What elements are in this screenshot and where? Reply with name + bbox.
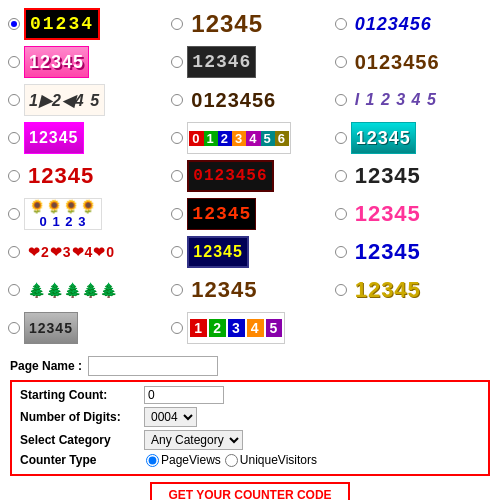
counter-cell-1[interactable]: 12345	[169, 6, 330, 42]
counter-style-pink-light[interactable]: 12345	[351, 198, 425, 230]
counter-style-dark-bold[interactable]: 12345	[351, 160, 425, 192]
radio-8[interactable]	[335, 94, 347, 106]
counter-cell-23[interactable]: 12345	[333, 272, 494, 308]
radio-2[interactable]	[335, 18, 347, 30]
radio-7[interactable]	[171, 94, 183, 106]
counter-cell-19[interactable]: 12345	[169, 234, 330, 270]
counter-style-magenta[interactable]: 12345	[24, 122, 84, 154]
counter-cell-21[interactable]: 🌲🌲🌲🌲🌲	[6, 272, 167, 308]
counter-cell-13[interactable]: 0123456	[169, 158, 330, 194]
pageviews-radio[interactable]	[146, 454, 159, 467]
counter-cell-12[interactable]: 12345	[6, 158, 167, 194]
radio-21[interactable]	[8, 284, 20, 296]
pageviews-option[interactable]: PageViews	[146, 453, 221, 467]
counter-style-brown[interactable]: 12345	[187, 8, 267, 40]
radio-9[interactable]	[8, 132, 20, 144]
counter-cell-17[interactable]: 12345	[333, 196, 494, 232]
counter-style-teal[interactable]: 12345	[351, 122, 416, 154]
radio-5[interactable]	[335, 56, 347, 68]
counter-cell-25[interactable]: 12345	[169, 310, 330, 346]
counter-style-hearts[interactable]: ❤2❤3❤4❤0	[24, 236, 119, 268]
pageviews-label: PageViews	[161, 453, 221, 467]
starting-count-input[interactable]	[144, 386, 224, 404]
radio-24[interactable]	[8, 322, 20, 334]
digits-row: Number of Digits: 0004 0005 0006 0007 00…	[20, 407, 480, 427]
counter-style-trees[interactable]: 🌲🌲🌲🌲🌲	[24, 274, 122, 306]
unique-visitors-option[interactable]: UniqueVisitors	[225, 453, 317, 467]
unique-visitors-radio[interactable]	[225, 454, 238, 467]
counter-style-blue-bold[interactable]: 12345	[351, 236, 425, 268]
counter-cell-26	[333, 310, 494, 346]
counter-cell-0[interactable]: 01234	[6, 6, 167, 42]
counter-style-dark-red[interactable]: 0123456	[187, 160, 273, 192]
counter-cell-11[interactable]: 12345	[333, 120, 494, 156]
digits-label: Number of Digits:	[20, 410, 140, 424]
counter-style-digital-red[interactable]: 01234	[24, 8, 100, 40]
digits-select[interactable]: 0004 0005 0006 0007 0008	[144, 407, 197, 427]
counter-cell-2[interactable]: 0123456	[333, 6, 494, 42]
radio-1[interactable]	[171, 18, 183, 30]
counter-style-handwritten[interactable]: 1▶2◀4 5	[24, 84, 105, 116]
counter-cell-10[interactable]: 0123456	[169, 120, 330, 156]
radio-15[interactable]	[8, 208, 20, 220]
counter-style-brown2[interactable]: 0123456	[351, 46, 444, 78]
counter-style-bold-red[interactable]: 12345	[24, 160, 98, 192]
category-row: Select Category Any Category Animals Nat…	[20, 430, 480, 450]
counter-style-stone[interactable]: 12345	[24, 312, 78, 344]
counter-cell-5[interactable]: 0123456	[333, 44, 494, 80]
radio-16[interactable]	[171, 208, 183, 220]
main-container: 01234 12345 0123456 12345 12346 0123456 …	[0, 0, 500, 500]
counter-style-pink3d[interactable]: 12345	[24, 46, 89, 78]
counter-type-group: PageViews UniqueVisitors	[146, 453, 317, 467]
options-box: Starting Count: Number of Digits: 0004 0…	[10, 380, 490, 476]
starting-count-label: Starting Count:	[20, 388, 140, 402]
radio-25[interactable]	[171, 322, 183, 334]
radio-3[interactable]	[8, 56, 20, 68]
counter-style-red-display[interactable]: 12345	[187, 198, 256, 230]
radio-23[interactable]	[335, 284, 347, 296]
counter-style-brown4[interactable]: 12345	[187, 274, 261, 306]
radio-10[interactable]	[171, 132, 183, 144]
counter-cell-15[interactable]: 🌻🌻🌻🌻 0 1 2 3	[6, 196, 167, 232]
radio-17[interactable]	[335, 208, 347, 220]
counter-style-flower[interactable]: 🌻🌻🌻🌻 0 1 2 3	[24, 198, 102, 230]
radio-4[interactable]	[171, 56, 183, 68]
counter-style-italic-purple[interactable]: I 1 2 3 4 5	[351, 84, 441, 116]
starting-count-row: Starting Count:	[20, 386, 480, 404]
counter-style-italic-blue[interactable]: 0123456	[351, 8, 436, 40]
counter-cell-14[interactable]: 12345	[333, 158, 494, 194]
counter-cell-8[interactable]: I 1 2 3 4 5	[333, 82, 494, 118]
radio-11[interactable]	[335, 132, 347, 144]
category-select[interactable]: Any Category Animals Nature Sports	[144, 430, 243, 450]
radio-18[interactable]	[8, 246, 20, 258]
counter-type-row: Counter Type PageViews UniqueVisitors	[20, 453, 480, 467]
counter-style-multicolor[interactable]: 0123456	[187, 122, 291, 154]
get-code-button[interactable]: GET YOUR COUNTER CODE	[150, 482, 349, 500]
radio-19[interactable]	[171, 246, 183, 258]
radio-0[interactable]	[8, 18, 20, 30]
counter-style-colorful-blocks[interactable]: 12345	[187, 312, 285, 344]
counter-cell-3[interactable]: 12345	[6, 44, 167, 80]
counter-cell-18[interactable]: ❤2❤3❤4❤0	[6, 234, 167, 270]
counter-cell-22[interactable]: 12345	[169, 272, 330, 308]
radio-13[interactable]	[171, 170, 183, 182]
counter-grid: 01234 12345 0123456 12345 12346 0123456 …	[0, 0, 500, 352]
radio-20[interactable]	[335, 246, 347, 258]
radio-22[interactable]	[171, 284, 183, 296]
radio-12[interactable]	[8, 170, 20, 182]
counter-cell-7[interactable]: 0123456	[169, 82, 330, 118]
counter-cell-16[interactable]: 12345	[169, 196, 330, 232]
page-name-input[interactable]	[88, 356, 218, 376]
counter-style-gold[interactable]: 12345	[351, 274, 425, 306]
counter-style-dark-stars[interactable]: 12345	[187, 236, 249, 268]
counter-style-dark[interactable]: 12346	[187, 46, 256, 78]
counter-cell-9[interactable]: 12345	[6, 120, 167, 156]
radio-14[interactable]	[335, 170, 347, 182]
counter-cell-20[interactable]: 12345	[333, 234, 494, 270]
counter-cell-24[interactable]: 12345	[6, 310, 167, 346]
unique-visitors-label: UniqueVisitors	[240, 453, 317, 467]
counter-cell-4[interactable]: 12346	[169, 44, 330, 80]
counter-style-brown3[interactable]: 0123456	[187, 84, 280, 116]
counter-cell-6[interactable]: 1▶2◀4 5	[6, 82, 167, 118]
radio-6[interactable]	[8, 94, 20, 106]
